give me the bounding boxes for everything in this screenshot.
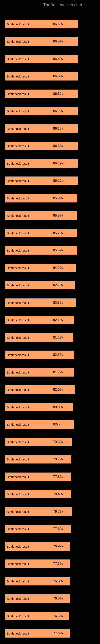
bar-series-label: Bottleneck result bbox=[7, 214, 29, 217]
row-spacer bbox=[5, 63, 95, 72]
row-spacer bbox=[5, 98, 95, 107]
bar-series-label: Bottleneck result bbox=[7, 40, 29, 43]
bar-track: Bottleneck result77.8% bbox=[5, 525, 89, 533]
chart-row: Bottleneck result85.9% bbox=[0, 185, 100, 202]
bar: Bottleneck result78.7% bbox=[5, 455, 71, 464]
row-spacer bbox=[5, 185, 95, 194]
row-spacer bbox=[5, 498, 95, 507]
bar-value-label: 76.8% bbox=[53, 579, 63, 583]
row-spacer bbox=[5, 46, 95, 55]
bar: Bottleneck result77.8% bbox=[5, 525, 71, 533]
bar-track: Bottleneck result83.8% bbox=[5, 298, 89, 307]
row-spacer bbox=[5, 376, 95, 386]
bar-track: Bottleneck result76.3% bbox=[5, 612, 89, 620]
bar: Bottleneck result77.8% bbox=[5, 472, 71, 481]
chart-row: Bottleneck result79.3% bbox=[0, 429, 100, 446]
chart-row: Bottleneck result86.1% bbox=[0, 150, 100, 168]
bar-track: Bottleneck result86.3% bbox=[5, 142, 89, 150]
bar-series-label: Bottleneck result bbox=[7, 458, 29, 461]
row-spacer bbox=[5, 28, 95, 38]
row-spacer bbox=[5, 550, 95, 560]
bar-series-label: Bottleneck result bbox=[7, 370, 29, 374]
bar-track: Bottleneck result86.3% bbox=[5, 72, 89, 80]
chart-row: Bottleneck result78.7% bbox=[0, 446, 100, 464]
bar-value-label: 86.4% bbox=[53, 57, 63, 61]
row-spacer bbox=[5, 533, 95, 542]
bar-value-label: 82.9% bbox=[53, 388, 63, 392]
bar-series-label: Bottleneck result bbox=[7, 388, 29, 392]
bar-track: Bottleneck result85.5% bbox=[5, 211, 89, 220]
bar-series-label: Bottleneck result bbox=[7, 301, 29, 304]
row-spacer bbox=[5, 115, 95, 124]
bar-series-label: Bottleneck result bbox=[7, 318, 29, 322]
chart-row: Bottleneck result80.8% bbox=[0, 394, 100, 411]
bar-track: Bottleneck result82.2% bbox=[5, 316, 89, 324]
bar-track: Bottleneck result82% bbox=[5, 420, 89, 429]
bar-series-label: Bottleneck result bbox=[7, 353, 29, 356]
bar-series-label: Bottleneck result bbox=[7, 336, 29, 339]
row-spacer bbox=[5, 516, 95, 525]
bar-series-label: Bottleneck result bbox=[7, 423, 29, 426]
bar-value-label: 77.3% bbox=[53, 562, 63, 566]
bar-value-label: 79.7% bbox=[53, 510, 63, 514]
bar-track: Bottleneck result85.5% bbox=[5, 246, 89, 254]
bar-track: Bottleneck result86.1% bbox=[5, 176, 89, 185]
row-spacer bbox=[5, 133, 95, 142]
brand-label: TheBottlenecker.com bbox=[43, 2, 82, 7]
row-spacer bbox=[5, 290, 95, 298]
bar-value-label: 86.3% bbox=[53, 92, 63, 96]
bar-series-label: Bottleneck result bbox=[7, 527, 29, 531]
bar-series-label: Bottleneck result bbox=[7, 475, 29, 478]
bar-value-label: 86.3% bbox=[53, 74, 63, 78]
row-spacer bbox=[5, 586, 95, 594]
bar-track: Bottleneck result86.1% bbox=[5, 159, 89, 168]
bar-value-label: 77.8% bbox=[53, 527, 63, 531]
bar-track: Bottleneck result76.8% bbox=[5, 577, 89, 586]
bar-value-label: 85.5% bbox=[53, 214, 63, 218]
row-spacer bbox=[5, 464, 95, 472]
chart-row: Bottleneck result82.2% bbox=[0, 307, 100, 324]
bar-value-label: 86.5% bbox=[53, 40, 63, 44]
bar: Bottleneck result86.1% bbox=[5, 159, 78, 168]
bar-value-label: 78.4% bbox=[53, 492, 63, 496]
row-spacer bbox=[5, 324, 95, 333]
header: TheBottlenecker.com bbox=[0, 0, 100, 10]
chart-row: Bottleneck result86.4% bbox=[0, 46, 100, 63]
chart-row: Bottleneck result83.8% bbox=[0, 290, 100, 307]
chart-row: Bottleneck result84.2% bbox=[0, 254, 100, 272]
bar: Bottleneck result85.7% bbox=[5, 229, 77, 237]
bar: Bottleneck result76.8% bbox=[5, 577, 70, 586]
bar-track: Bottleneck result77.8% bbox=[5, 472, 89, 481]
bar: Bottleneck result76.9% bbox=[5, 542, 70, 550]
row-spacer bbox=[5, 307, 95, 316]
bar-track: Bottleneck result86.3% bbox=[5, 124, 89, 133]
chart-row: Bottleneck result85.5% bbox=[0, 237, 100, 255]
bar: Bottleneck result85.5% bbox=[5, 211, 77, 220]
bar-value-label: 81.1% bbox=[53, 336, 63, 340]
bar-track: Bottleneck result78.7% bbox=[5, 455, 89, 464]
bar-value-label: 82.3% bbox=[53, 353, 63, 357]
bar: Bottleneck result82.7% bbox=[5, 281, 75, 290]
chart-row: Bottleneck result86.3% bbox=[0, 133, 100, 150]
bar-track: Bottleneck result82.7% bbox=[5, 281, 89, 290]
bar-track: Bottleneck result86.3% bbox=[5, 90, 89, 98]
row-spacer bbox=[5, 150, 95, 159]
chart-row: Bottleneck result77.3% bbox=[0, 550, 100, 568]
bar-value-label: 86.1% bbox=[53, 162, 63, 166]
bar: Bottleneck result77.3% bbox=[5, 560, 70, 568]
bar: Bottleneck result83.8% bbox=[5, 298, 76, 307]
bar-track: Bottleneck result79.3% bbox=[5, 438, 89, 446]
bar: Bottleneck result79.7% bbox=[5, 507, 72, 516]
bar-value-label: 85.5% bbox=[53, 248, 63, 252]
bar: Bottleneck result86.3% bbox=[5, 90, 78, 98]
bar-value-label: 82% bbox=[53, 422, 60, 426]
bar-track: Bottleneck result81.7% bbox=[5, 368, 89, 376]
chart-row: Bottleneck result76.3% bbox=[0, 603, 100, 620]
bar-track: Bottleneck result77.3% bbox=[5, 560, 89, 568]
bar-value-label: 83.8% bbox=[53, 301, 63, 305]
bar-series-label: Bottleneck result bbox=[7, 179, 29, 182]
bar: Bottleneck result76.3% bbox=[5, 612, 69, 620]
bar-track: Bottleneck result82.3% bbox=[5, 350, 89, 359]
row-spacer bbox=[5, 568, 95, 577]
chart-row: Bottleneck result82.3% bbox=[0, 342, 100, 359]
